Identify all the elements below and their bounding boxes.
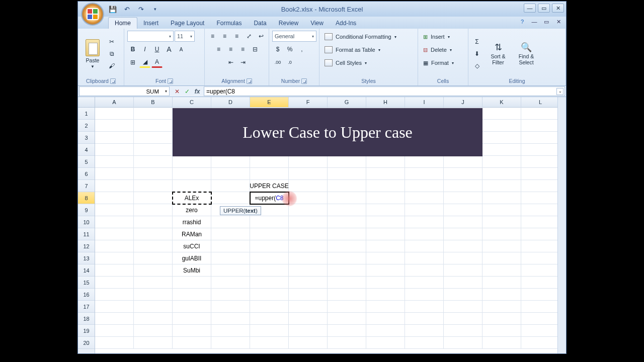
- cell-G12[interactable]: [328, 240, 366, 252]
- tab-formulas[interactable]: Formulas: [210, 18, 248, 29]
- cell-I16[interactable]: [405, 289, 444, 301]
- cell-B20[interactable]: [134, 337, 173, 349]
- cell-F5[interactable]: [289, 156, 328, 168]
- minimize-button[interactable]: —: [524, 4, 536, 13]
- cell-D12[interactable]: [211, 240, 250, 252]
- cell-L6[interactable]: [521, 168, 560, 180]
- formula-bar[interactable]: =upper(C8 ⌄: [204, 86, 565, 96]
- cell-I12[interactable]: [405, 240, 444, 252]
- cell-C15[interactable]: [173, 277, 211, 289]
- cell-D14[interactable]: [211, 264, 250, 277]
- cell-K11[interactable]: [482, 228, 521, 240]
- cell-L3[interactable]: [521, 132, 560, 144]
- cell-J14[interactable]: [444, 264, 482, 277]
- undo-icon[interactable]: ↶: [121, 4, 132, 15]
- cell-A1[interactable]: [95, 108, 134, 120]
- cell-H19[interactable]: [366, 325, 405, 337]
- cell-A12[interactable]: [95, 240, 134, 252]
- cell-A9[interactable]: [95, 204, 134, 216]
- row-header-5[interactable]: 5: [78, 156, 95, 168]
- cell-K4[interactable]: [482, 144, 521, 156]
- cell-L8[interactable]: [521, 192, 560, 204]
- cell-H20[interactable]: [366, 337, 405, 349]
- column-header-G[interactable]: G: [328, 97, 366, 108]
- cell-G18[interactable]: [328, 313, 366, 325]
- workbook-restore-button[interactable]: ▭: [542, 18, 551, 26]
- cell-F8[interactable]: [289, 192, 328, 204]
- cell-G16[interactable]: [328, 289, 366, 301]
- sort-filter-button[interactable]: ⇅ Sort & Filter: [486, 35, 511, 73]
- border-button[interactable]: ⊞: [127, 57, 138, 68]
- row-header-11[interactable]: 11: [78, 228, 95, 240]
- cell-I18[interactable]: [405, 313, 444, 325]
- cell-L11[interactable]: [521, 228, 560, 240]
- cancel-formula-icon[interactable]: ✕: [173, 87, 182, 96]
- cell-A2[interactable]: [95, 120, 134, 132]
- cell-E13[interactable]: [250, 252, 289, 264]
- cell-E16[interactable]: [250, 289, 289, 301]
- cell-C17[interactable]: [173, 301, 211, 313]
- enter-formula-icon[interactable]: ✓: [183, 87, 192, 96]
- cell-G19[interactable]: [328, 325, 366, 337]
- cell-C13[interactable]: gulABII: [173, 252, 211, 264]
- cell-L20[interactable]: [521, 337, 560, 349]
- cell-C19[interactable]: [173, 325, 211, 337]
- cell-C10[interactable]: rrashid: [173, 216, 211, 228]
- cell-B3[interactable]: [134, 132, 173, 144]
- align-center-icon[interactable]: ≡: [225, 44, 236, 55]
- orientation-icon[interactable]: ⤢: [244, 31, 255, 42]
- cell-I13[interactable]: [405, 252, 444, 264]
- row-header-20[interactable]: 20: [78, 337, 95, 349]
- cell-K12[interactable]: [482, 240, 521, 252]
- cell-J7[interactable]: [444, 180, 482, 192]
- cell-E8[interactable]: =upper(C8: [250, 192, 289, 204]
- font-size-combo[interactable]: 11: [175, 31, 195, 42]
- cell-H16[interactable]: [366, 289, 405, 301]
- underline-button[interactable]: U: [151, 44, 163, 55]
- cell-D8[interactable]: [211, 192, 250, 204]
- cell-I19[interactable]: [405, 325, 444, 337]
- cell-E5[interactable]: [250, 156, 289, 168]
- merge-center-icon[interactable]: ⊟: [250, 44, 261, 55]
- cell-L1[interactable]: [521, 108, 560, 120]
- cell-J15[interactable]: [444, 277, 482, 289]
- cell-A6[interactable]: [95, 168, 134, 180]
- cell-K14[interactable]: [482, 264, 521, 277]
- cell-A3[interactable]: [95, 132, 134, 144]
- cell-I17[interactable]: [405, 301, 444, 313]
- number-format-combo[interactable]: General: [272, 31, 316, 42]
- column-header-F[interactable]: F: [289, 97, 328, 108]
- cell-F11[interactable]: [289, 228, 328, 240]
- row-header-12[interactable]: 12: [78, 240, 95, 252]
- cell-D7[interactable]: [211, 180, 250, 192]
- find-select-button[interactable]: 🔍 Find & Select: [514, 35, 539, 73]
- close-button[interactable]: ✕: [552, 4, 564, 13]
- cell-D19[interactable]: [211, 325, 250, 337]
- cell-G14[interactable]: [328, 264, 366, 277]
- row-header-2[interactable]: 2: [78, 120, 95, 132]
- column-header-D[interactable]: D: [211, 97, 250, 108]
- cell-A14[interactable]: [95, 264, 134, 277]
- cell-H15[interactable]: [366, 277, 405, 289]
- italic-button[interactable]: I: [139, 44, 150, 55]
- tab-insert[interactable]: Insert: [137, 18, 165, 29]
- cell-F10[interactable]: [289, 216, 328, 228]
- cell-E18[interactable]: [250, 313, 289, 325]
- autosum-button[interactable]: Σ: [471, 36, 482, 47]
- cell-D18[interactable]: [211, 313, 250, 325]
- cell-C6[interactable]: [173, 168, 211, 180]
- cell-F18[interactable]: [289, 313, 328, 325]
- column-header-A[interactable]: A: [95, 97, 134, 108]
- tab-page-layout[interactable]: Page Layout: [165, 18, 210, 29]
- cell-L17[interactable]: [521, 301, 560, 313]
- cell-G11[interactable]: [328, 228, 366, 240]
- cell-A8[interactable]: [95, 192, 134, 204]
- cell-G15[interactable]: [328, 277, 366, 289]
- decrease-decimal-button[interactable]: .0: [284, 57, 295, 68]
- align-right-icon[interactable]: ≡: [237, 44, 249, 55]
- cell-J16[interactable]: [444, 289, 482, 301]
- cell-C5[interactable]: [173, 156, 211, 168]
- cell-A20[interactable]: [95, 337, 134, 349]
- cell-B2[interactable]: [134, 120, 173, 132]
- help-icon[interactable]: ?: [518, 18, 527, 26]
